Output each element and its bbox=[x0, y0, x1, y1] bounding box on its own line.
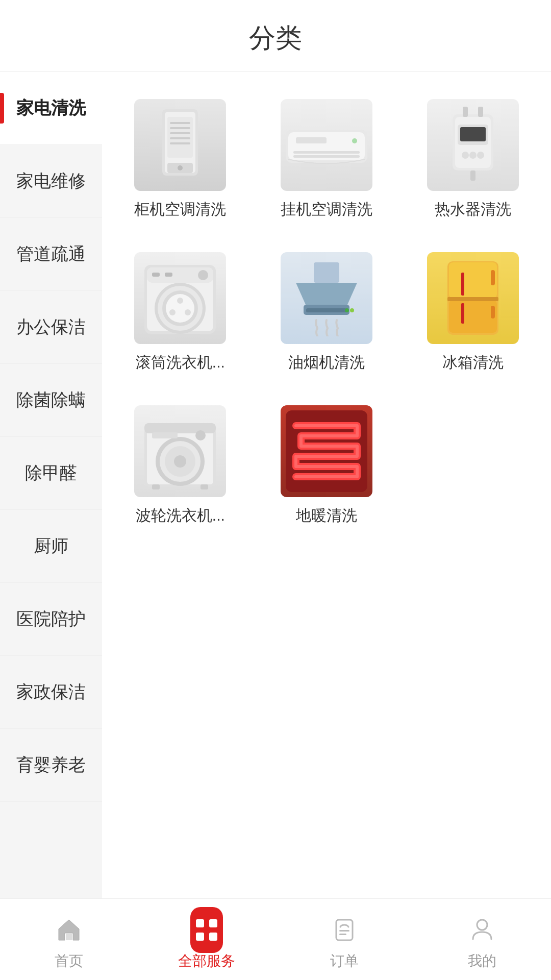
sidebar-item-chujun-chuman[interactable]: 除菌除螨 bbox=[0, 364, 102, 437]
svg-rect-5 bbox=[170, 132, 190, 134]
svg-rect-46 bbox=[449, 300, 497, 333]
service-item-wave-washer[interactable]: 波轮洗衣机... bbox=[112, 394, 248, 536]
service-label-range-hood: 油烟机清洗 bbox=[288, 352, 365, 373]
svg-rect-59 bbox=[152, 432, 178, 438]
floor-heat-icon bbox=[281, 405, 372, 497]
cabinet-ac-icon bbox=[134, 99, 226, 191]
service-item-floor-heat[interactable]: 地暖清洗 bbox=[259, 394, 395, 536]
svg-point-42 bbox=[350, 308, 354, 312]
svg-rect-50 bbox=[461, 273, 464, 296]
svg-rect-41 bbox=[306, 308, 347, 312]
nav-item-home[interactable]: 首页 bbox=[0, 909, 138, 971]
svg-point-9 bbox=[178, 165, 183, 170]
svg-rect-70 bbox=[339, 930, 349, 932]
service-item-drum-washer[interactable]: 滚筒洗衣机... bbox=[112, 240, 248, 383]
page-header: 分类 bbox=[0, 0, 551, 72]
wave-washer-icon bbox=[134, 405, 226, 497]
nav-label-mine: 我的 bbox=[468, 951, 496, 971]
service-item-cabinet-ac[interactable]: 柜机空调清洗 bbox=[112, 87, 248, 230]
svg-rect-51 bbox=[461, 303, 464, 324]
service-label-cabinet-ac: 柜机空调清洗 bbox=[134, 199, 226, 220]
sidebar-item-jiawu-baojie[interactable]: 家政保洁 bbox=[0, 656, 102, 729]
drum-washer-icon bbox=[134, 252, 226, 344]
svg-rect-47 bbox=[447, 297, 498, 301]
svg-rect-48 bbox=[491, 270, 495, 285]
sidebar-item-yiyuan-peihuan[interactable]: 医院陪护 bbox=[0, 583, 102, 656]
service-label-floor-heat: 地暖清洗 bbox=[296, 505, 357, 526]
service-item-wall-ac[interactable]: 挂机空调清洗 bbox=[259, 87, 395, 230]
nav-item-orders[interactable]: 订单 bbox=[276, 909, 413, 971]
service-item-range-hood[interactable]: 油烟机清洗 bbox=[259, 240, 395, 383]
nav-item-all-services[interactable]: 全部服务 bbox=[138, 909, 276, 971]
svg-rect-39 bbox=[314, 262, 339, 283]
home-icon bbox=[53, 914, 85, 946]
svg-rect-13 bbox=[293, 155, 360, 158]
svg-rect-14 bbox=[296, 137, 327, 143]
nav-label-orders: 订单 bbox=[330, 951, 359, 971]
service-label-fridge: 冰箱清洗 bbox=[442, 352, 504, 373]
sidebar-item-jiadian-qingxi[interactable]: 家电清洗 bbox=[0, 72, 102, 145]
service-label-drum-washer: 滚筒洗衣机... bbox=[136, 352, 225, 373]
service-grid: 柜机空调清洗 挂机空调清洗 bbox=[102, 72, 551, 904]
svg-rect-67 bbox=[196, 933, 204, 941]
svg-rect-66 bbox=[209, 919, 217, 927]
svg-rect-64 bbox=[66, 933, 72, 940]
service-item-fridge[interactable]: 冰箱清洗 bbox=[405, 240, 541, 383]
wall-ac-icon bbox=[281, 99, 372, 191]
svg-point-72 bbox=[477, 920, 487, 930]
sidebar-item-bangong-baojie[interactable]: 办公保洁 bbox=[0, 291, 102, 364]
orders-icon bbox=[328, 914, 361, 946]
all-services-center-btn bbox=[190, 907, 223, 953]
sidebar-item-yuying-yanglao[interactable]: 育婴养老 bbox=[0, 729, 102, 802]
svg-rect-65 bbox=[196, 919, 204, 927]
bottom-nav: 首页 全部服务 订单 bbox=[0, 898, 551, 980]
svg-rect-19 bbox=[460, 127, 486, 141]
nav-label-home: 首页 bbox=[55, 951, 83, 971]
svg-point-58 bbox=[174, 455, 186, 468]
service-label-water-heater: 热水器清洗 bbox=[435, 199, 511, 220]
fridge-icon bbox=[427, 252, 519, 344]
svg-point-15 bbox=[352, 138, 357, 143]
page-title: 分类 bbox=[249, 23, 302, 53]
nav-label-all-services: 全部服务 bbox=[178, 951, 235, 971]
all-services-icon bbox=[190, 914, 223, 946]
svg-point-60 bbox=[195, 430, 206, 440]
svg-rect-3 bbox=[170, 122, 190, 124]
svg-rect-62 bbox=[201, 484, 208, 489]
svg-point-21 bbox=[469, 152, 477, 159]
svg-point-22 bbox=[477, 152, 484, 159]
sidebar: 家电清洗 家电维修 管道疏通 办公保洁 除菌除螨 除甲醛 厨师 医院陪护 家政保… bbox=[0, 72, 102, 904]
svg-rect-23 bbox=[463, 107, 468, 117]
sidebar-item-guandao-shutong[interactable]: 管道疏通 bbox=[0, 218, 102, 291]
svg-rect-49 bbox=[491, 306, 495, 318]
sidebar-item-jiadian-weixiu[interactable]: 家电维修 bbox=[0, 145, 102, 218]
main-content: 家电清洗 家电维修 管道疏通 办公保洁 除菌除螨 除甲醛 厨师 医院陪护 家政保… bbox=[0, 72, 551, 904]
svg-rect-61 bbox=[152, 484, 160, 489]
sidebar-item-chushi[interactable]: 厨师 bbox=[0, 510, 102, 583]
svg-rect-37 bbox=[152, 273, 160, 277]
service-label-wall-ac: 挂机空调清洗 bbox=[281, 199, 372, 220]
svg-rect-68 bbox=[209, 933, 217, 941]
svg-rect-6 bbox=[170, 137, 190, 139]
svg-point-36 bbox=[198, 270, 208, 280]
svg-rect-45 bbox=[449, 262, 497, 298]
svg-point-35 bbox=[185, 309, 191, 315]
svg-rect-71 bbox=[339, 934, 346, 935]
range-hood-icon bbox=[281, 252, 372, 344]
svg-point-33 bbox=[177, 298, 183, 304]
svg-rect-12 bbox=[293, 151, 360, 154]
svg-rect-7 bbox=[170, 142, 190, 144]
service-item-water-heater[interactable]: 热水器清洗 bbox=[405, 87, 541, 230]
svg-rect-38 bbox=[165, 273, 172, 277]
svg-rect-4 bbox=[170, 127, 190, 129]
sidebar-item-chu-jiaquan[interactable]: 除甲醛 bbox=[0, 437, 102, 510]
nav-item-mine[interactable]: 我的 bbox=[413, 909, 551, 971]
svg-point-20 bbox=[462, 152, 469, 159]
water-heater-icon bbox=[427, 99, 519, 191]
svg-rect-54 bbox=[144, 423, 216, 433]
mine-icon bbox=[466, 914, 498, 946]
service-label-wave-washer: 波轮洗衣机... bbox=[136, 505, 225, 526]
svg-rect-24 bbox=[478, 107, 483, 117]
svg-point-43 bbox=[345, 308, 349, 312]
svg-rect-25 bbox=[470, 170, 475, 181]
